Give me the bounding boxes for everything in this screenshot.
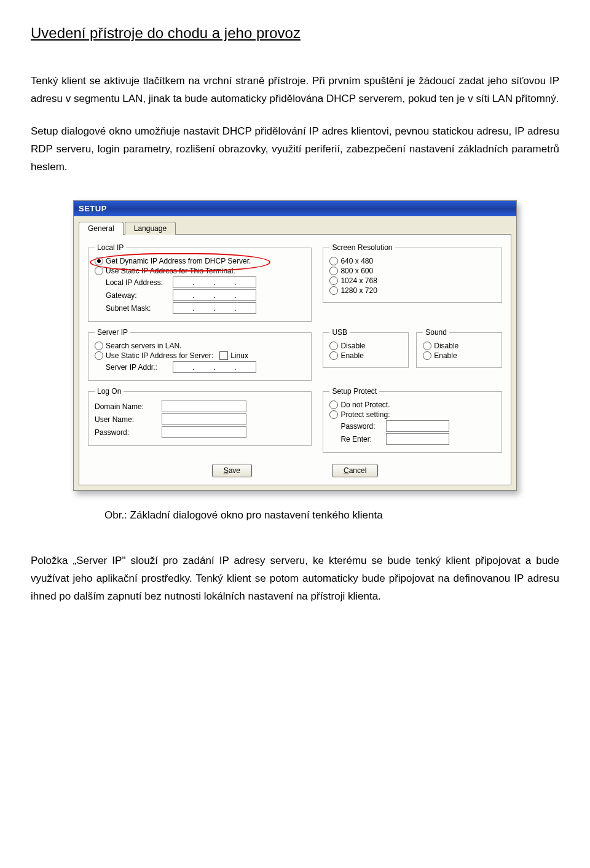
input-username[interactable] — [162, 413, 246, 425]
row-static-option: Use Static IP Address for This Terminal: — [95, 267, 305, 275]
cancel-button[interactable]: Cancel — [332, 464, 378, 477]
radio-res-640[interactable] — [329, 257, 338, 265]
checkbox-linux[interactable] — [219, 351, 228, 360]
setup-window: SETUP General Language Local IP Get Dyna… — [73, 200, 517, 491]
label-domain: Domain Name: — [95, 402, 159, 411]
radio-usb-disable[interactable] — [329, 342, 338, 350]
radio-sound-enable[interactable] — [423, 351, 431, 360]
label-sound-enable: Enable — [434, 351, 457, 360]
page-title: Uvedení přístroje do chodu a jeho provoz — [31, 25, 559, 42]
group-setup-protect: Setup Protect Do not Protect. Protect se… — [323, 387, 502, 453]
radio-sound-disable[interactable] — [423, 342, 431, 350]
label-username: User Name: — [95, 415, 159, 424]
label-usb-disable: Disable — [340, 342, 365, 350]
row-gateway: Gateway: ... — [95, 289, 305, 301]
label-protect-password: Password: — [340, 422, 384, 431]
paragraph-2: Setup dialogové okno umožňuje nastavit D… — [31, 123, 559, 176]
tab-general[interactable]: General — [79, 222, 124, 235]
label-res-1280: 1280 x 720 — [340, 286, 377, 295]
label-static-server: Use Static IP Address for Server: — [106, 351, 213, 360]
legend-sound: Sound — [423, 328, 449, 337]
label-res-800: 800 x 600 — [340, 267, 373, 275]
button-row: Save Cancel — [88, 459, 502, 479]
label-res-640: 640 x 480 — [340, 257, 373, 265]
radio-protect[interactable] — [329, 410, 338, 419]
input-protect-password[interactable] — [386, 420, 449, 432]
label-server-addr: Server IP Addr.: — [106, 363, 170, 372]
radio-res-800[interactable] — [329, 267, 338, 275]
radio-dhcp[interactable] — [95, 257, 103, 265]
radio-static-server[interactable] — [95, 351, 103, 360]
group-usb: USB Disable Enable — [323, 328, 409, 368]
label-linux: Linux — [230, 351, 248, 360]
row-dhcp-option: Get Dynamic IP Address from DHCP Server. — [95, 257, 305, 265]
row-subnet: Subnet Mask: ... — [95, 302, 305, 314]
label-protect-reenter: Re Enter: — [340, 435, 384, 444]
label-gateway: Gateway: — [106, 291, 170, 300]
label-search-lan: Search servers in LAN. — [106, 342, 181, 350]
group-logon: Log On Domain Name: User Name: Password: — [88, 387, 312, 446]
label-protect: Protect setting: — [340, 410, 390, 419]
radio-static-local[interactable] — [95, 267, 103, 275]
row-local-ip-address: Local IP Address: ... — [95, 276, 305, 288]
label-res-1024: 1024 x 768 — [340, 276, 377, 285]
radio-res-1024[interactable] — [329, 276, 338, 285]
input-gateway[interactable]: ... — [173, 289, 256, 301]
label-subnet: Subnet Mask: — [106, 304, 170, 313]
label-local-ip-address: Local IP Address: — [106, 278, 170, 287]
input-domain[interactable] — [162, 401, 246, 412]
legend-server-ip: Server IP — [95, 328, 130, 337]
legend-protect: Setup Protect — [329, 387, 379, 396]
paragraph-3: Položka „Server IP" slouží pro zadání IP… — [31, 552, 559, 606]
paragraph-1: Tenký klient se aktivuje tlačítkem na vr… — [31, 72, 559, 108]
label-sound-disable: Disable — [434, 342, 458, 350]
save-button[interactable]: Save — [212, 464, 252, 477]
input-local-ip[interactable]: ... — [173, 276, 256, 288]
legend-usb: USB — [329, 328, 350, 337]
label-dhcp: Get Dynamic IP Address from DHCP Server. — [106, 257, 251, 265]
tab-strip: General Language — [74, 216, 516, 234]
tab-language[interactable]: Language — [125, 222, 176, 235]
input-password[interactable] — [162, 426, 246, 438]
label-usb-enable: Enable — [340, 351, 363, 360]
label-no-protect: Do not Protect. — [340, 401, 390, 409]
radio-res-1280[interactable] — [329, 286, 338, 295]
group-screen-resolution: Screen Resolution 640 x 480 800 x 600 10… — [323, 243, 502, 303]
group-sound: Sound Disable Enable — [416, 328, 502, 368]
group-server-ip: Server IP Search servers in LAN. Use Sta… — [88, 328, 312, 381]
input-subnet[interactable]: ... — [173, 302, 256, 314]
radio-no-protect[interactable] — [329, 401, 338, 409]
input-protect-reenter[interactable] — [386, 433, 449, 445]
radio-search-lan[interactable] — [95, 342, 103, 350]
legend-screen: Screen Resolution — [329, 243, 395, 252]
legend-local-ip: Local IP — [95, 243, 126, 252]
input-server-ip[interactable]: ... — [173, 361, 256, 373]
label-static-local: Use Static IP Address for This Terminal: — [106, 267, 235, 275]
figure-caption: Obr.: Základní dialogové okno pro nastav… — [104, 509, 559, 522]
group-local-ip: Local IP Get Dynamic IP Address from DHC… — [88, 243, 312, 322]
legend-logon: Log On — [95, 387, 124, 396]
radio-usb-enable[interactable] — [329, 351, 338, 360]
tab-panel-general: Local IP Get Dynamic IP Address from DHC… — [79, 234, 511, 485]
titlebar: SETUP — [74, 201, 516, 216]
label-password: Password: — [95, 428, 159, 437]
